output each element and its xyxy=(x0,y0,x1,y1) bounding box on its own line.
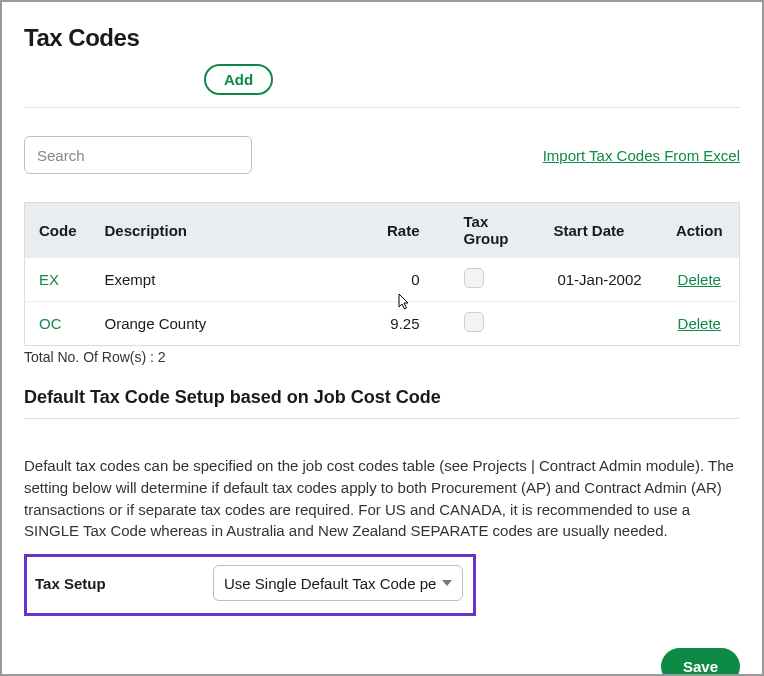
desc-cell: Orange County xyxy=(91,302,350,346)
col-rate: Rate xyxy=(350,203,450,258)
col-description: Description xyxy=(91,203,350,258)
delete-link[interactable]: Delete xyxy=(678,315,721,332)
save-button[interactable]: Save xyxy=(661,648,740,676)
tax-setup-highlight: Tax Setup Use Single Default Tax Code pe xyxy=(24,554,476,616)
tax-setup-label: Tax Setup xyxy=(35,575,213,592)
save-row: Save xyxy=(24,648,740,676)
action-cell: Delete xyxy=(660,258,740,302)
delete-link[interactable]: Delete xyxy=(678,271,721,288)
rate-cell: 0 xyxy=(350,258,450,302)
search-input[interactable] xyxy=(24,136,252,174)
add-button[interactable]: Add xyxy=(204,64,273,95)
checkbox[interactable] xyxy=(464,312,484,332)
table-row: EX Exempt 0 01-Jan-2002 Delete xyxy=(25,258,740,302)
setup-heading: Default Tax Code Setup based on Job Cost… xyxy=(24,387,740,408)
tax-group-cell xyxy=(450,258,540,302)
add-row: Add xyxy=(24,64,740,108)
code-cell[interactable]: OC xyxy=(25,302,91,346)
col-start-date: Start Date xyxy=(540,203,660,258)
divider xyxy=(24,418,740,419)
code-cell[interactable]: EX xyxy=(25,258,91,302)
search-import-row: Import Tax Codes From Excel xyxy=(24,136,740,174)
select-value: Use Single Default Tax Code pe xyxy=(224,575,436,592)
setup-help-text: Default tax codes can be specified on th… xyxy=(24,455,740,542)
tax-setup-select[interactable]: Use Single Default Tax Code pe xyxy=(213,565,463,601)
col-code: Code xyxy=(25,203,91,258)
import-link[interactable]: Import Tax Codes From Excel xyxy=(543,147,740,164)
start-date-cell: 01-Jan-2002 xyxy=(540,258,660,302)
table-row: OC Orange County 9.25 Delete xyxy=(25,302,740,346)
tax-codes-table: Code Description Rate Tax Group Start Da… xyxy=(24,202,740,346)
total-rows-label: Total No. Of Row(s) : 2 xyxy=(24,349,740,365)
checkbox[interactable] xyxy=(464,268,484,288)
action-cell: Delete xyxy=(660,302,740,346)
col-tax-group: Tax Group xyxy=(450,203,540,258)
chevron-down-icon xyxy=(442,580,452,586)
col-action: Action xyxy=(660,203,740,258)
rate-cell: 9.25 xyxy=(350,302,450,346)
start-date-cell xyxy=(540,302,660,346)
desc-cell: Exempt xyxy=(91,258,350,302)
page-title: Tax Codes xyxy=(24,24,740,52)
tax-group-cell xyxy=(450,302,540,346)
